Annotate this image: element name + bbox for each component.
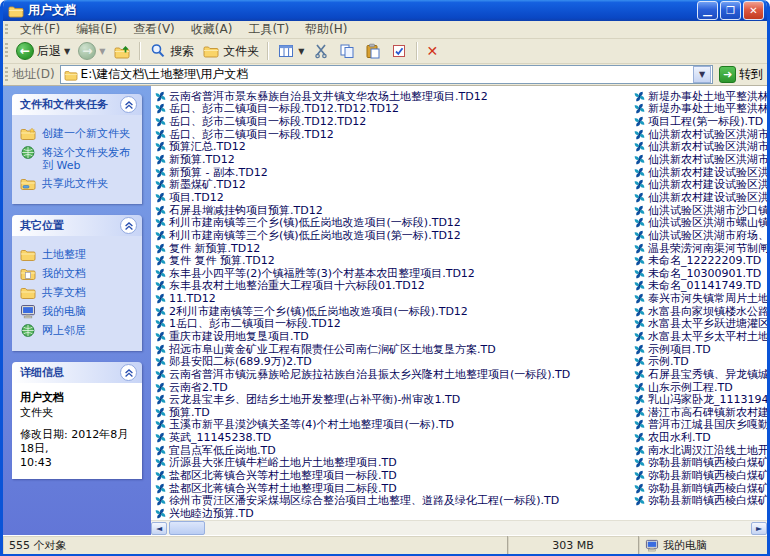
task-label: 共享此文件夹	[42, 176, 108, 190]
td-file-icon	[155, 217, 166, 228]
folders-label: 文件夹	[223, 43, 259, 60]
menu-item[interactable]: 收藏(A)	[183, 21, 241, 38]
place-label: 土地整理	[42, 247, 86, 261]
up-folder-icon	[113, 43, 131, 59]
place-label: 网上邻居	[42, 323, 86, 337]
task-publish-web[interactable]: 将这个文件夹发布到 Web	[20, 145, 138, 172]
td-file-icon	[155, 382, 166, 393]
scroll-right-icon[interactable]: ►	[751, 522, 767, 535]
details-modified-time: 10:43	[20, 456, 138, 470]
place-network[interactable]: 网上邻居	[20, 323, 138, 338]
place-land-folder[interactable]: 土地整理	[20, 247, 138, 262]
menu-item[interactable]: 工具(T)	[240, 21, 297, 38]
horizontal-scrollbar[interactable]: ◄ ►	[151, 520, 767, 535]
file-list[interactable]: 云南省普洱市景东彝族自治县文井镇文华农场土地整理项目.TD12 岳口、彭市二镇项…	[151, 86, 767, 520]
file-column-1: 云南省普洱市景东彝族自治县文井镇文华农场土地整理项目.TD12 岳口、彭市二镇项…	[155, 90, 631, 520]
td-file-icon	[155, 344, 166, 355]
td-file-icon	[634, 230, 645, 241]
place-my-documents[interactable]: 我的文档	[20, 266, 138, 281]
address-label: 地址(D)	[12, 66, 55, 83]
back-dropdown-icon[interactable]: ▼	[64, 47, 70, 56]
forward-button[interactable]: → ▼	[74, 40, 109, 62]
folders-icon	[202, 43, 220, 59]
td-file-icon	[155, 103, 166, 114]
td-file-icon	[634, 293, 645, 304]
file-item[interactable]: 弥勒县新哨镇西棱白煤矿(二片	[634, 495, 767, 508]
toolbar-separator	[416, 42, 418, 60]
toolbar: ← 后退 ▼ → ▼ 搜索 文件夹	[3, 39, 767, 64]
delete-icon: ✕	[426, 43, 438, 59]
scroll-left-icon[interactable]: ◄	[151, 522, 167, 535]
panel-file-tasks: 文件和文件夹任务 创建一个新文件夹 将这个文件夹发布到 Web	[12, 94, 142, 204]
menu-item[interactable]: 编辑(E)	[68, 21, 125, 38]
file-item[interactable]: 东丰县农村土地整治重大工程项目十六标段01.TD12	[155, 280, 631, 293]
search-icon	[149, 43, 167, 59]
shared-documents-icon	[20, 285, 36, 300]
file-item[interactable]: 云龙县宝丰乡、团结乡土地开发整理(占补平衡)-州审改1.TD	[155, 393, 631, 406]
panel-title: 文件和文件夹任务	[20, 97, 108, 112]
task-create-folder[interactable]: 创建一个新文件夹	[20, 126, 138, 141]
search-button[interactable]: 搜索	[145, 40, 198, 62]
menu-grip	[5, 24, 8, 36]
td-file-icon	[634, 483, 645, 494]
details-modified-date: 修改日期: 2012年8月18日,	[20, 428, 138, 456]
views-dropdown-icon[interactable]: ▼	[298, 47, 304, 56]
td-file-icon	[155, 445, 166, 456]
toolbar-grip	[5, 43, 8, 60]
close-button[interactable]: ✕	[743, 1, 764, 20]
minimize-button[interactable]: —	[697, 1, 718, 20]
td-file-icon	[155, 407, 166, 418]
cut-button[interactable]	[308, 40, 334, 62]
td-file-icon	[634, 369, 645, 380]
window-title: 用户文档	[28, 2, 697, 19]
paste-button[interactable]	[360, 40, 386, 62]
place-shared-documents[interactable]: 共享文档	[20, 285, 138, 300]
collapse-chevron-icon[interactable]	[120, 96, 137, 113]
panel-other-places-header[interactable]: 其它位置	[12, 215, 142, 236]
go-label: 转到	[739, 66, 763, 83]
td-file-icon	[634, 243, 645, 254]
up-button[interactable]	[109, 40, 135, 62]
td-file-icon	[634, 318, 645, 329]
copy-button[interactable]	[334, 40, 360, 62]
delete-button[interactable]: ✕	[422, 40, 442, 62]
td-file-icon	[634, 141, 645, 152]
views-button[interactable]: ▼	[273, 40, 308, 62]
undo-button[interactable]	[386, 40, 412, 62]
collapse-chevron-icon[interactable]	[120, 217, 137, 234]
place-my-computer[interactable]: 我的电脑	[20, 304, 138, 319]
address-dropdown-icon[interactable]: ▼	[693, 66, 711, 83]
back-icon: ←	[16, 42, 34, 60]
panel-file-tasks-header[interactable]: 文件和文件夹任务	[12, 94, 142, 115]
file-item[interactable]: 兴地睦边预算.TD	[155, 507, 631, 520]
file-name: 兴地睦边预算.TD	[169, 506, 254, 520]
folders-button[interactable]: 文件夹	[198, 40, 263, 62]
forward-icon: →	[78, 42, 96, 60]
td-file-icon	[634, 356, 645, 367]
place-label: 共享文档	[42, 285, 86, 299]
collapse-chevron-icon[interactable]	[120, 364, 137, 381]
task-share-folder[interactable]: 共享此文件夹	[20, 176, 138, 191]
td-file-icon	[155, 331, 166, 342]
file-item[interactable]: 新墨煤矿.TD12	[155, 178, 631, 191]
td-file-icon	[155, 205, 166, 216]
menu-item[interactable]: 文件(F)	[12, 21, 68, 38]
panel-details-header[interactable]: 详细信息	[12, 362, 142, 383]
td-file-icon	[155, 192, 166, 203]
status-object-count: 555 个对象	[3, 536, 508, 554]
td-file-icon	[155, 230, 166, 241]
go-button[interactable]: ➜ 转到	[719, 66, 763, 83]
toolbar-separator	[139, 42, 141, 60]
status-zone-label: 我的电脑	[663, 538, 707, 553]
address-input[interactable]: E:\建信文档\土地整理\用户文档 ▼	[60, 65, 713, 84]
back-button[interactable]: ← 后退 ▼	[12, 40, 74, 62]
scroll-thumb[interactable]	[169, 521, 205, 535]
address-grip	[5, 67, 8, 82]
restore-button[interactable]: ❐	[720, 1, 741, 20]
menu-item[interactable]: 帮助(H)	[297, 21, 355, 38]
panel-title: 其它位置	[20, 218, 64, 233]
td-file-icon	[155, 318, 166, 329]
menu-item[interactable]: 查看(V)	[125, 21, 183, 38]
td-file-icon	[155, 419, 166, 430]
td-file-icon	[155, 293, 166, 304]
